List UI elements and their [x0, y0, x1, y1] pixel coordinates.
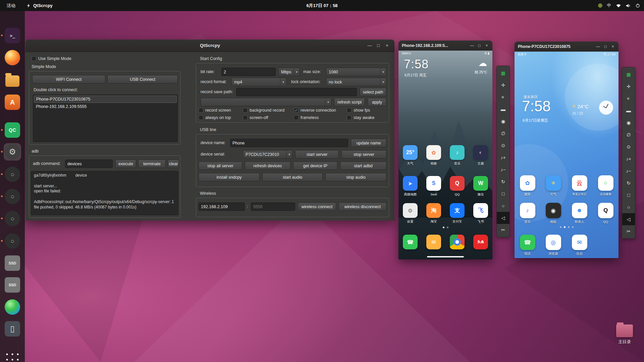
phone1-screen[interactable]: 396K/s ⇅ ▮ 7:58 6月17日 周五 ☁ 阴 25°C 25°天气 … — [398, 51, 492, 259]
screen-on-icon[interactable]: ◉ — [497, 115, 509, 127]
maximize-button[interactable]: □ — [476, 41, 482, 51]
app-phone-icon[interactable]: ☎ — [403, 235, 418, 249]
screen-off-icon[interactable]: ∅ — [497, 127, 509, 139]
wireless-connect-button[interactable]: wireless connect — [298, 202, 336, 211]
app-amap[interactable]: ➤高德地图 — [398, 176, 422, 197]
max-size-select[interactable]: 1080▾ — [326, 68, 386, 76]
fullscreen-icon[interactable]: ✛ — [497, 79, 509, 91]
refresh-script-button[interactable]: refresh script — [334, 98, 365, 106]
clear-button[interactable]: clear — [168, 160, 179, 168]
select-path-button[interactable]: select path — [360, 88, 386, 96]
phone2-titlebar[interactable]: Phone-P7CDU17C23010875 — □ × — [515, 42, 619, 52]
app-taobao-icon[interactable]: 淘 — [426, 203, 441, 218]
get-device-ip-button[interactable]: get device IP — [293, 162, 337, 170]
group-control-icon[interactable]: ▦ — [497, 67, 509, 79]
record-save-path-input[interactable] — [236, 88, 357, 96]
app-feishu-icon[interactable]: 飞 — [473, 203, 488, 218]
input-method-indicator[interactable]: 中 — [607, 3, 611, 8]
power-icon[interactable] — [636, 3, 640, 8]
app-contacts-icon[interactable]: ☻ — [572, 203, 587, 218]
dock-item-disk-analyzer[interactable] — [4, 298, 21, 316]
start-server-button[interactable]: start server — [295, 150, 339, 159]
apply-button[interactable]: apply — [368, 98, 386, 106]
app-browser[interactable]: ◎浏览器 — [540, 235, 566, 256]
app-messages[interactable]: ✉ — [422, 235, 445, 249]
dock-item-phone-device-1[interactable]: ○ — [4, 166, 21, 183]
record-screen-checkbox[interactable]: record screen — [199, 108, 231, 113]
app-wechat-icon[interactable]: W — [473, 176, 488, 191]
app-alipay-icon[interactable]: 支 — [450, 203, 465, 218]
back-icon[interactable]: ◁ — [497, 212, 509, 224]
minimize-button[interactable]: — — [595, 42, 601, 52]
screen-on-icon[interactable]: ◉ — [622, 117, 635, 129]
app-toutiao-icon[interactable]: 头条 — [473, 235, 488, 249]
app-camera[interactable]: ◉相机 — [540, 203, 566, 224]
app-switch-icon[interactable]: □ — [622, 189, 635, 201]
device-name-input[interactable] — [230, 139, 348, 147]
clock[interactable]: 6月17日 07：58 — [306, 0, 337, 11]
script-select[interactable]: ▾ — [201, 98, 331, 106]
window-titlebar[interactable]: QtScrcpy — □ × — [25, 40, 394, 52]
dock-item-phone-device-4[interactable]: ○ — [4, 232, 21, 250]
close-button[interactable]: × — [610, 42, 616, 52]
dock-item-tablet-device[interactable]: ▯ — [4, 320, 21, 338]
record-format-select[interactable]: mp4▾ — [231, 78, 286, 86]
wifi-connect-button[interactable]: WIFI Connect — [32, 75, 105, 83]
app-albums[interactable]: ✿相册 — [422, 145, 445, 166]
app-taobao[interactable]: 淘淘宝 — [422, 203, 445, 224]
dock-item-ssd-2[interactable]: SSD — [4, 276, 21, 294]
show-applications-button[interactable] — [4, 351, 21, 362]
dock-item-phone-device-2[interactable]: ○ — [4, 188, 21, 205]
app-browser-icon[interactable]: ◎ — [546, 235, 561, 250]
phone1-titlebar[interactable]: Phone-192.168.2.109:5... — □ × — [398, 41, 492, 51]
app-gallery-icon[interactable]: ✿ — [520, 175, 535, 191]
wireless-ip-input[interactable] — [199, 202, 245, 211]
app-settings-icon[interactable]: ⚙ — [403, 203, 418, 218]
dock-item-terminal[interactable]: >_ — [4, 27, 21, 44]
app-health-icon[interactable]: ○ — [598, 175, 613, 191]
use-simple-mode-checkbox[interactable]: Use Simple Mode — [32, 56, 71, 61]
app-weather-icon[interactable]: 25° — [403, 145, 418, 160]
dock-item-files[interactable] — [4, 71, 21, 89]
maximize-button[interactable]: □ — [602, 42, 608, 52]
gesture-home-bar[interactable] — [427, 256, 464, 257]
app-weather[interactable]: ☀天气 — [540, 175, 566, 197]
stay-awake-checkbox[interactable]: stay awake — [347, 115, 375, 120]
back-icon[interactable]: ◁ — [622, 213, 635, 225]
minimize-button[interactable]: — — [469, 41, 475, 51]
app-music[interactable]: ♪音乐 — [445, 145, 469, 166]
app-chrome-icon[interactable] — [450, 235, 465, 249]
power-icon[interactable]: ⊙ — [622, 141, 635, 153]
device-list[interactable]: Phone-P7CDU17C23010875 Phone-192.168.2.1… — [33, 95, 178, 142]
wifi-icon[interactable] — [616, 4, 621, 8]
app-themes-icon[interactable]: ◐ — [473, 145, 488, 160]
volume-down-icon[interactable]: ♪− — [622, 165, 635, 177]
app-gallery[interactable]: ✿图库 — [515, 175, 540, 197]
device-serial-select[interactable]: P7CDU17C23010▾ — [243, 150, 292, 159]
stop-audio-button[interactable]: stop audio — [325, 173, 386, 181]
app-feishu[interactable]: 飞飞书 — [469, 203, 492, 224]
home-icon[interactable]: ○ — [497, 200, 509, 212]
app-phone[interactable]: ☎ — [398, 235, 422, 249]
screen-off-checkbox[interactable]: screen-off — [243, 115, 268, 120]
status-indicator-icon[interactable] — [598, 3, 602, 8]
install-sndcpy-button[interactable]: install sndcpy — [199, 173, 260, 181]
terminate-button[interactable]: terminate — [138, 160, 166, 168]
usb-connect-button[interactable]: USB Connect — [107, 75, 178, 83]
close-button[interactable]: × — [384, 40, 390, 52]
app-messages[interactable]: ✉信息 — [567, 235, 592, 256]
phone2-screen[interactable]: 未插卡 早上7:58 浦东新区 7:58 ☀ 24°C 31 / 22 6月17… — [515, 52, 619, 258]
app-qq[interactable]: QQQ — [445, 176, 469, 196]
screen-off-icon[interactable]: ∅ — [622, 129, 635, 141]
app-qq[interactable]: QQQ — [593, 203, 619, 224]
app-chrome[interactable] — [445, 235, 469, 249]
touch-icon[interactable]: ▬ — [497, 103, 509, 115]
app-weather-icon[interactable]: ☀ — [546, 175, 561, 191]
app-contacts[interactable]: ☻联系人 — [567, 203, 592, 224]
stop-all-server-button[interactable]: stop all server — [199, 162, 242, 170]
stop-server-button[interactable]: stop server — [341, 150, 386, 159]
group-control-icon[interactable]: ▦ — [622, 68, 635, 80]
execute-button[interactable]: execute — [115, 160, 136, 168]
activities-button[interactable]: 活动 — [5, 0, 17, 11]
lock-orientation-select[interactable]: no lock▾ — [326, 78, 386, 86]
